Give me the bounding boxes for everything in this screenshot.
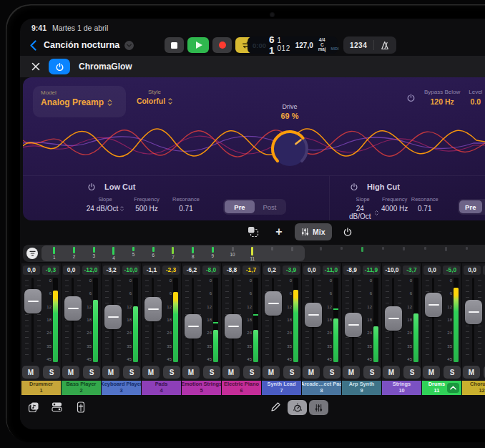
- record-button[interactable]: [212, 37, 232, 53]
- close-plugin-button[interactable]: [31, 62, 40, 71]
- lcd-display[interactable]: 0:00 6 1 1 012 127,0 4/4 C maj MIDI: [248, 36, 338, 54]
- high-cut-frequency[interactable]: Frequency 4000 Hz: [378, 196, 410, 213]
- faders-view-button[interactable]: [309, 400, 328, 415]
- mute-button[interactable]: M: [303, 366, 320, 379]
- mute-button[interactable]: M: [463, 366, 480, 379]
- fader-cap[interactable]: [345, 313, 362, 337]
- plugin-power-button[interactable]: [49, 59, 70, 74]
- high-cut-slope[interactable]: Slope 24 dB/Oct: [347, 196, 378, 220]
- song-title[interactable]: Canción nocturna: [44, 40, 119, 50]
- low-cut-frequency[interactable]: Frequency 500 Hz: [126, 196, 167, 213]
- mute-button[interactable]: M: [343, 366, 360, 379]
- mixer-power-button[interactable]: [338, 223, 358, 240]
- fader-cap[interactable]: [425, 293, 442, 317]
- level-control[interactable]: Level 0.0: [469, 89, 482, 106]
- fader-cap[interactable]: [385, 306, 402, 331]
- pan-value[interactable]: -10,0: [383, 266, 401, 275]
- drive-knob[interactable]: [267, 126, 313, 175]
- fader-cap[interactable]: [104, 305, 122, 329]
- peak-value[interactable]: -3,9: [283, 266, 300, 275]
- fader-cap[interactable]: [185, 314, 202, 339]
- fader-cap[interactable]: [465, 300, 482, 324]
- add-track-button[interactable]: +: [269, 223, 289, 240]
- solo-button[interactable]: S: [203, 366, 220, 379]
- song-menu-button[interactable]: [124, 41, 134, 50]
- pan-value[interactable]: 0,2: [263, 266, 280, 275]
- peak-value[interactable]: -12,0: [82, 266, 100, 275]
- high-cut-power-icon[interactable]: [350, 182, 358, 191]
- track-name-tile[interactable]: Pads4: [142, 381, 181, 395]
- track-name-tile[interactable]: Drums11: [422, 381, 461, 395]
- solo-button[interactable]: S: [163, 366, 180, 379]
- solo-button[interactable]: S: [403, 366, 421, 379]
- fader-cap[interactable]: [305, 303, 322, 327]
- solo-button[interactable]: S: [83, 366, 100, 379]
- fader-view-button[interactable]: [74, 401, 87, 413]
- pre-button[interactable]: Pre: [225, 200, 255, 213]
- stop-button[interactable]: [165, 37, 184, 53]
- post-button[interactable]: Post: [255, 200, 285, 213]
- back-button[interactable]: [30, 40, 36, 51]
- track-name-tile[interactable]: Emotion Strings5: [182, 381, 221, 395]
- solo-button[interactable]: S: [43, 366, 60, 379]
- peak-value[interactable]: -5,0: [443, 266, 460, 275]
- fader-cap[interactable]: [24, 289, 41, 313]
- peak-value[interactable]: -2,3: [162, 266, 180, 275]
- knobs-view-button[interactable]: [288, 400, 307, 415]
- style-selector[interactable]: Style Colorful: [127, 89, 182, 105]
- fader-cap[interactable]: [64, 296, 82, 321]
- mute-button[interactable]: M: [142, 366, 160, 379]
- model-selector[interactable]: Model Analog Preamp: [33, 86, 126, 117]
- mute-button[interactable]: M: [22, 366, 39, 379]
- overview-visible-region[interactable]: 1234567891011: [41, 245, 305, 261]
- solo-button[interactable]: S: [444, 366, 461, 379]
- track-name-tile[interactable]: Strings10: [382, 381, 421, 395]
- loop-browser-button[interactable]: [27, 401, 39, 413]
- duplicate-button[interactable]: [243, 223, 263, 240]
- track-name-tile[interactable]: Chorus V12: [462, 381, 485, 395]
- mute-button[interactable]: M: [423, 366, 440, 379]
- peak-value[interactable]: -8,0: [202, 266, 220, 275]
- peak-value[interactable]: -11,9: [363, 266, 380, 275]
- peak-value[interactable]: -9,3: [42, 266, 59, 275]
- peak-value[interactable]: -1,7: [242, 266, 260, 275]
- play-button[interactable]: [187, 37, 209, 53]
- collapse-strip-button[interactable]: [447, 383, 459, 393]
- pan-value[interactable]: -6,2: [183, 266, 200, 275]
- low-cut-power-icon[interactable]: [87, 182, 96, 191]
- mute-button[interactable]: M: [102, 366, 119, 379]
- pan-value[interactable]: -3,2: [103, 266, 120, 275]
- pan-value[interactable]: 0,0: [303, 266, 320, 275]
- solo-button[interactable]: S: [363, 366, 381, 379]
- bypass-below-control[interactable]: Bypass Below 120 Hz: [424, 89, 460, 106]
- mute-button[interactable]: M: [182, 366, 200, 379]
- peak-value[interactable]: -10,0: [122, 266, 140, 275]
- solo-button[interactable]: S: [123, 366, 140, 379]
- track-name-tile[interactable]: Keyboard Player3: [102, 381, 141, 395]
- mute-button[interactable]: M: [62, 366, 79, 379]
- track-name-tile[interactable]: Electric Piano6: [222, 381, 261, 395]
- pan-value[interactable]: 0,0: [464, 266, 481, 275]
- count-in-button[interactable]: 1234: [343, 36, 373, 54]
- pan-value[interactable]: 0,0: [23, 266, 40, 275]
- filter-tracks-button[interactable]: [26, 248, 38, 259]
- metronome-button[interactable]: [374, 36, 396, 54]
- pre-button[interactable]: Pre: [459, 200, 482, 213]
- track-name-tile[interactable]: Arp Synth9: [342, 381, 381, 395]
- post-button[interactable]: Post: [482, 200, 485, 213]
- edit-pencil-button[interactable]: [270, 401, 281, 414]
- overview-hidden-region[interactable]: [308, 245, 485, 261]
- mute-button[interactable]: M: [222, 366, 240, 379]
- track-name-tile[interactable]: Bass Player2: [62, 381, 101, 395]
- mute-button[interactable]: M: [263, 366, 280, 379]
- peak-value[interactable]: -3,7: [403, 266, 420, 275]
- pan-value[interactable]: -8,9: [343, 266, 361, 275]
- pan-value[interactable]: -8,8: [223, 266, 240, 275]
- low-cut-slope[interactable]: Slope 24 dB/Oct: [84, 196, 126, 213]
- pan-value[interactable]: 0,0: [63, 266, 80, 275]
- plugins-button[interactable]: [51, 401, 63, 413]
- bypass-power-icon[interactable]: [406, 93, 416, 102]
- fader-cap[interactable]: [144, 297, 162, 321]
- track-name-tile[interactable]: Arcade…eet Pad8: [302, 381, 341, 395]
- peak-value[interactable]: -11,0: [323, 266, 340, 275]
